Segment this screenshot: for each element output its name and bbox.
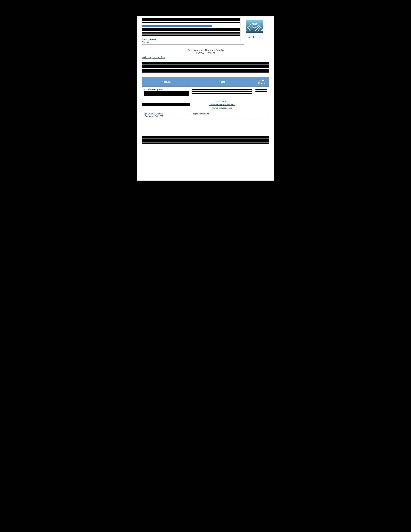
cell-bar-3: [144, 95, 188, 96]
blank-cell-4: [142, 126, 190, 132]
links-agenda-bar-1: [142, 103, 190, 105]
blank-cell-2: [190, 119, 254, 126]
mid-bar-2: [142, 65, 269, 66]
cue-logo-box: C·U·E: [240, 16, 269, 42]
mid-bar-5: [142, 70, 269, 73]
svg-rect-0: [246, 20, 263, 33]
links-notes-cell: cug.tc/sportcue Detailed presentation no…: [190, 98, 254, 111]
update-action-cell: [254, 111, 269, 119]
welcome-text: Welcome, Introductions: [142, 56, 165, 59]
notes-bar-1: [192, 89, 252, 90]
board-dev-notes-cell: [190, 86, 254, 98]
th-action-items: Action Items: [254, 77, 269, 86]
day1-title: Day 1 Agenda - Thursday, July 26: [142, 49, 269, 51]
day1-header: Day 1 Agenda - Thursday, July 26 9:00 AM…: [137, 46, 274, 55]
notes-bar-2: [192, 91, 252, 92]
action-bar-1: [255, 89, 267, 90]
header-section: C·U·E: [137, 16, 274, 37]
update-sub-text: - Speak Up Data 2011: [144, 115, 188, 117]
mid-bar-1: [142, 62, 269, 64]
notes-bar-3: [192, 93, 252, 94]
board-dev-label: Board Development: [144, 88, 188, 91]
project-tomorrow-text: Project Tomorrow:: [192, 113, 209, 115]
welcome-row: Welcome, Introductions: [137, 55, 274, 60]
board-dev-agenda-cell: Board Development: [142, 86, 190, 98]
blank-cell-5: [190, 126, 254, 132]
mid-content-black-bars: [137, 60, 274, 75]
blank-row-1: [142, 119, 269, 126]
bottom-bar-2: [142, 139, 269, 140]
update-main-text: Update on California: [144, 113, 188, 115]
day1-time: 9:00 AM - 4:00 PM: [142, 51, 269, 54]
blank-cell-6: [254, 126, 269, 132]
mid-bar-4: [142, 69, 269, 70]
board-dev-row: Board Development: [142, 86, 269, 98]
update-agenda-cell: Update on California - Speak Up Data 201…: [142, 111, 190, 119]
board-dev-content-bars: [144, 91, 188, 96]
notes-content-bars: [192, 89, 252, 94]
link-sportcue[interactable]: cug.tc/sportcue: [191, 100, 252, 103]
header-lines-area: C·U·E: [142, 18, 269, 37]
th-agenda: Agenda: [142, 77, 190, 86]
cue-logo-image: [245, 19, 264, 34]
link-blueavocado[interactable]: www.blueavocado.org: [191, 106, 252, 110]
mid-bar-3: [142, 66, 269, 68]
speak-up-suffix: Data 2011: [155, 115, 164, 117]
board-dev-action-cell: [254, 86, 269, 98]
cue-logo-svg: [246, 20, 263, 33]
blank-cell-1: [142, 119, 190, 126]
blank-row-2: [142, 126, 269, 132]
action-bar-2: [255, 91, 267, 92]
bottom-bar-4: [142, 143, 269, 144]
table-header-row: Agenda Notes Action Items: [142, 77, 269, 86]
th-notes: Notes: [190, 77, 254, 86]
blue-highlight-bar: [142, 25, 212, 27]
page-container: C·U·E Staff present: Guests: Day 1 Agend…: [137, 3, 274, 180]
cell-bar-1: [144, 91, 188, 93]
link-presentation[interactable]: Detailed presentation notes.: [191, 103, 252, 106]
speak-up-italic: - Speak Up: [144, 115, 154, 117]
update-california-row: Update on California - Speak Up Data 201…: [142, 111, 269, 119]
links-action-cell: [254, 98, 269, 111]
update-notes-cell: Project Tomorrow:: [190, 111, 254, 119]
links-agenda-bar-2: [142, 105, 190, 106]
bottom-black-section: [137, 132, 274, 146]
agenda-table: Agenda Notes Action Items Board Developm…: [142, 77, 269, 132]
action-content-bars: [255, 89, 267, 92]
links-agenda-cell: [142, 98, 190, 111]
bottom-bar-3: [142, 140, 269, 142]
links-row: cug.tc/sportcue Detailed presentation no…: [142, 98, 269, 111]
blank-cell-3: [254, 119, 269, 126]
cue-text-label: C·U·E: [248, 35, 262, 39]
top-black-bar: [137, 3, 274, 16]
cell-bar-2: [144, 93, 188, 95]
bottom-bar-1: [142, 136, 269, 138]
